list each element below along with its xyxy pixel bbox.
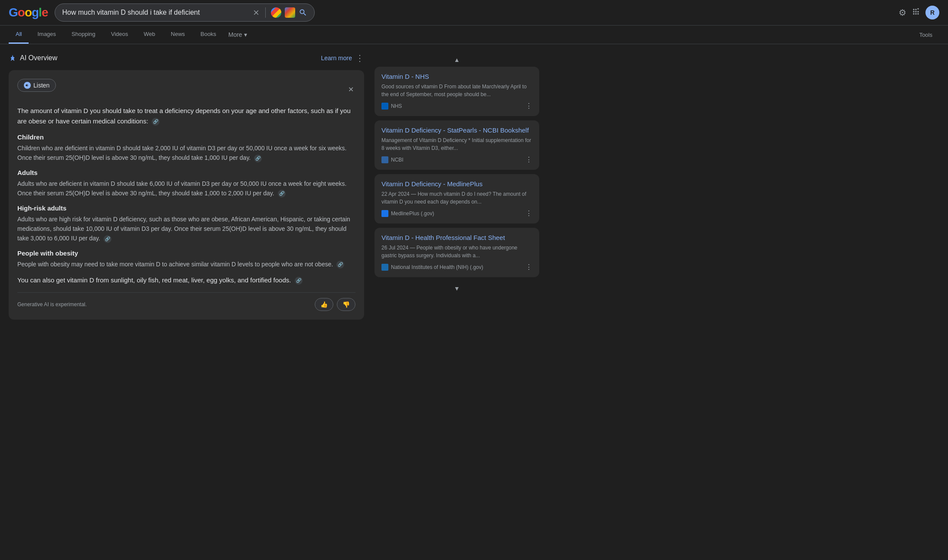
learn-more-button[interactable]: Learn more: [321, 55, 352, 62]
citation-link-adults[interactable]: 🔗: [278, 190, 286, 197]
lens-search-button[interactable]: [285, 7, 295, 18]
source-title-nhs: Vitamin D - NHS: [381, 73, 532, 80]
source-snippet-nhs: Good sources of vitamin D From about lat…: [381, 83, 532, 98]
tab-shopping[interactable]: Shopping: [65, 26, 102, 44]
close-ai-button[interactable]: ✕: [346, 82, 355, 96]
citation-link-obesity[interactable]: 🔗: [336, 261, 344, 269]
source-footer-nhs: NHS ⋮: [381, 102, 532, 110]
tab-videos[interactable]: Videos: [104, 26, 135, 44]
tools-button[interactable]: Tools: [912, 26, 939, 43]
ai-more-options-button[interactable]: ⋮: [355, 53, 364, 63]
source-snippet-nih: 26 Jul 2024 — People with obesity or who…: [381, 244, 532, 259]
header: Google ⚙ R: [0, 0, 948, 26]
section-text-high-risk: Adults who are high risk for vitamin D d…: [17, 214, 355, 243]
ncbi-logo-icon: [381, 156, 388, 163]
citation-link-high-risk[interactable]: 🔗: [104, 235, 111, 243]
source-card-nhs[interactable]: Vitamin D - NHS Good sources of vitamin …: [375, 67, 539, 116]
ai-overview-header: AI Overview Learn more ⋮: [9, 53, 364, 63]
source-more-medline-button[interactable]: ⋮: [525, 209, 532, 217]
listen-close-row: Listen ✕: [17, 79, 355, 99]
sources-panel: ▲ Vitamin D - NHS Good sources of vitami…: [375, 53, 539, 320]
search-bar: [55, 3, 315, 22]
listen-label: Listen: [33, 82, 49, 89]
section-text-children: Children who are deficient in vitamin D …: [17, 143, 355, 163]
section-heading-children: Children: [17, 133, 355, 141]
thumbs-down-button[interactable]: 👎: [337, 298, 355, 311]
settings-button[interactable]: ⚙: [899, 7, 906, 18]
ai-overview-content: Listen ✕ The amount of vitamin D you sho…: [9, 70, 364, 320]
source-more-nhs-button[interactable]: ⋮: [525, 102, 532, 110]
source-footer-ncbi: NCBI ⋮: [381, 155, 532, 164]
microphone-icon: [271, 7, 281, 18]
section-heading-obesity: People with obesity: [17, 249, 355, 257]
more-label: More: [228, 31, 242, 38]
section-text-obesity: People with obesity may need to take mor…: [17, 259, 355, 269]
ai-header-controls: Learn more ⋮: [321, 53, 364, 63]
ai-footer-bar: Generative AI is experimental. 👍 👎: [17, 292, 355, 311]
ai-overview-panel: AI Overview Learn more ⋮ Listen ✕: [9, 53, 364, 320]
generative-note: Generative AI is experimental.: [17, 301, 87, 308]
ai-overview-title: AI Overview: [20, 54, 57, 62]
source-snippet-medline: 22 Apr 2024 — How much vitamin D do I ne…: [381, 190, 532, 206]
source-title-nih: Vitamin D - Health Professional Fact She…: [381, 234, 532, 241]
scroll-up-button[interactable]: ▲: [375, 53, 539, 67]
google-logo: Google: [9, 6, 48, 19]
lens-icon: [285, 7, 295, 18]
section-heading-adults: Adults: [17, 169, 355, 176]
ai-footer-text: You can also get vitamin D from sunlight…: [17, 275, 355, 285]
ai-title-row: AI Overview: [9, 54, 57, 62]
source-meta-nih: National Institutes of Health (NIH) (.go…: [381, 264, 483, 271]
source-meta-medline: MedlinePlus (.gov): [381, 210, 434, 217]
source-meta-ncbi: NCBI: [381, 156, 404, 163]
tab-all[interactable]: All: [9, 26, 29, 44]
source-title-ncbi: Vitamin D Deficiency - StatPearls - NCBI…: [381, 126, 532, 134]
source-card-medline[interactable]: Vitamin D Deficiency - MedlinePlus 22 Ap…: [375, 174, 539, 223]
avatar[interactable]: R: [925, 6, 939, 19]
tab-news[interactable]: News: [164, 26, 192, 44]
thumbs-up-button[interactable]: 👍: [315, 298, 333, 311]
feedback-buttons: 👍 👎: [315, 298, 355, 311]
citation-link-intro[interactable]: 🔗: [152, 118, 160, 126]
search-input[interactable]: [62, 9, 249, 16]
source-name-medline: MedlinePlus (.gov): [391, 210, 434, 217]
source-title-medline: Vitamin D Deficiency - MedlinePlus: [381, 180, 532, 188]
nhs-logo-icon: [381, 103, 388, 110]
header-right: ⚙ R: [899, 6, 939, 19]
ai-intro-text: The amount of vitamin D you should take …: [17, 106, 355, 126]
source-card-ncbi[interactable]: Vitamin D Deficiency - StatPearls - NCBI…: [375, 120, 539, 170]
source-name-nih: National Institutes of Health (NIH) (.go…: [391, 264, 483, 270]
source-meta-nhs: NHS: [381, 103, 402, 110]
clear-search-button[interactable]: [252, 9, 260, 16]
voice-search-button[interactable]: [271, 7, 281, 18]
section-heading-high-risk: High-risk adults: [17, 204, 355, 212]
source-more-ncbi-button[interactable]: ⋮: [525, 155, 532, 164]
main-content: AI Overview Learn more ⋮ Listen ✕: [0, 44, 607, 328]
source-footer-medline: MedlinePlus (.gov) ⋮: [381, 209, 532, 217]
nih-logo-icon: [381, 264, 388, 271]
speaker-icon: [24, 82, 31, 89]
tab-images[interactable]: Images: [30, 26, 63, 44]
tab-books[interactable]: Books: [194, 26, 223, 44]
ai-spark-icon: [9, 54, 16, 62]
citation-link-children[interactable]: 🔗: [254, 155, 262, 162]
source-footer-nih: National Institutes of Health (NIH) (.go…: [381, 263, 532, 271]
more-tabs-button[interactable]: More ▾: [225, 26, 251, 43]
section-text-adults: Adults who are deficient in vitamin D sh…: [17, 179, 355, 198]
listen-button[interactable]: Listen: [17, 79, 56, 92]
source-card-nih[interactable]: Vitamin D - Health Professional Fact She…: [375, 228, 539, 277]
medline-logo-icon: [381, 210, 388, 217]
tab-web[interactable]: Web: [137, 26, 163, 44]
source-name-ncbi: NCBI: [391, 157, 404, 163]
citation-link-footer[interactable]: 🔗: [295, 277, 303, 285]
source-more-nih-button[interactable]: ⋮: [525, 263, 532, 271]
apps-button[interactable]: [912, 7, 920, 18]
search-submit-button[interactable]: [299, 8, 307, 17]
nav-tabs: All Images Shopping Videos Web News Book…: [0, 26, 948, 44]
scroll-down-button[interactable]: ▼: [375, 282, 539, 295]
source-snippet-ncbi: Management of Vitamin D Deficiency * Ini…: [381, 136, 532, 152]
source-name-nhs: NHS: [391, 103, 402, 109]
chevron-down-icon: ▾: [244, 31, 247, 38]
close-icon: ✕: [348, 86, 354, 93]
